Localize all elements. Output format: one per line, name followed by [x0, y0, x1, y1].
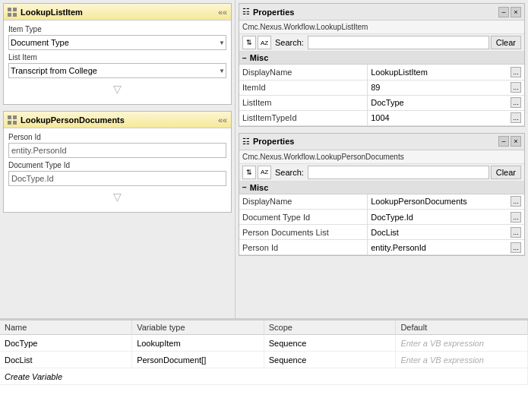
- prop-panel1-toolbar: ⇅ AZ Search: Clear: [239, 34, 524, 52]
- variables-table: Name Variable type Scope Default DocType…: [0, 321, 528, 385]
- lookup-list-item-panel: LookupListItem «« Item Type Document Typ…: [3, 3, 232, 105]
- prop-value: DocType: [371, 98, 403, 107]
- panel1-grid-icon: [7, 7, 17, 17]
- var-name: DocType: [0, 335, 132, 352]
- table-row: ItemId 89 ...: [239, 80, 524, 95]
- prop-panel1-min-btn[interactable]: –: [498, 7, 509, 17]
- doc-type-id-label: Document Type Id: [8, 161, 226, 169]
- prop-panel1-search-label: Search:: [275, 38, 304, 47]
- prop-panel1-sort-btn[interactable]: ⇅: [242, 36, 256, 49]
- prop-ellipsis-btn[interactable]: ...: [511, 112, 521, 123]
- table-row: ListItemTypeId 1004 ...: [239, 110, 524, 125]
- prop-name: ListItemTypeId: [239, 110, 368, 125]
- doc-type-id-input[interactable]: [8, 171, 226, 186]
- prop-name: ListItem: [239, 95, 368, 110]
- col-header-scope: Scope: [264, 321, 396, 335]
- person-id-label: Person Id: [8, 133, 226, 141]
- top-area: LookupListItem «« Item Type Document Typ…: [0, 0, 528, 319]
- person-id-input[interactable]: [8, 143, 226, 158]
- panel1-collapse-btn[interactable]: ««: [217, 7, 228, 17]
- prop-ellipsis-btn[interactable]: ...: [511, 212, 521, 223]
- right-panels: ☷ Properties – × Cmc.Nexus.Workflow.Look…: [236, 0, 528, 318]
- prop-panel2-section-label: Misc: [250, 183, 268, 192]
- svg-rect-3: [13, 13, 17, 17]
- prop-panel2-classname: Cmc.Nexus.Workflow.LookupPersonDocuments: [239, 150, 524, 164]
- prop-ellipsis-btn[interactable]: ...: [511, 82, 521, 93]
- lookup-person-docs-header: LookupPersonDocuments ««: [4, 112, 231, 128]
- svg-rect-5: [13, 115, 17, 119]
- create-variable-row[interactable]: Create Variable: [0, 368, 528, 385]
- list-item-dropdown-wrapper: Transcript from College ▼: [8, 63, 226, 78]
- item-type-label: Item Type: [8, 25, 226, 33]
- prop-panel1-az-btn[interactable]: AZ: [258, 36, 271, 49]
- panel1-arrow-area: ▽: [8, 78, 226, 99]
- prop-value: DocList: [371, 228, 399, 237]
- prop-panel2-close-btn[interactable]: ×: [511, 136, 521, 147]
- var-type: LookupItem: [132, 335, 264, 352]
- prop-panel1-section-label: Misc: [250, 53, 268, 62]
- list-item-dropdown[interactable]: Transcript from College: [8, 63, 226, 78]
- prop-value: LookupListItem: [371, 68, 428, 77]
- prop-ellipsis-btn[interactable]: ...: [511, 67, 521, 77]
- prop-value: DocType.Id: [371, 213, 413, 222]
- prop-panel1-icon: ☷: [242, 7, 250, 17]
- col-header-default: Default: [396, 321, 528, 335]
- panel2-body: Person Id Document Type Id ▽: [4, 128, 231, 212]
- prop-panel2-search-label: Search:: [275, 168, 304, 177]
- bottom-table-area: Name Variable type Scope Default DocType…: [0, 319, 528, 420]
- create-variable-label[interactable]: Create Variable: [0, 368, 528, 385]
- prop-name: Document Type Id: [239, 210, 368, 225]
- lookup-person-docs-panel: LookupPersonDocuments «« Person Id Docum…: [3, 111, 232, 213]
- panel1-down-arrow-icon: ▽: [113, 83, 122, 95]
- properties-panel-1: ☷ Properties – × Cmc.Nexus.Workflow.Look…: [239, 3, 525, 127]
- prop-panel1-classname: Cmc.Nexus.Workflow.LookupListItem: [239, 21, 524, 34]
- prop-name: ItemId: [239, 80, 368, 95]
- prop-name: Person Id: [239, 240, 368, 255]
- table-row: DocType LookupItem Sequence Enter a VB e…: [0, 335, 528, 352]
- prop-panel2-table: DisplayName LookupPersonDocuments ... Do…: [239, 194, 524, 256]
- col-header-type: Variable type: [132, 321, 264, 335]
- item-type-dropdown[interactable]: Document Type: [8, 35, 226, 50]
- prop-panel2-az-btn[interactable]: AZ: [258, 166, 271, 179]
- panel1-body: Item Type Document Type ▼ List Item Tran…: [4, 21, 231, 104]
- lookup-list-item-header: LookupListItem ««: [4, 4, 231, 21]
- prop-value: LookupPersonDocuments: [371, 197, 467, 206]
- prop-panel1-clear-btn[interactable]: Clear: [491, 36, 521, 49]
- panel2-grid-icon: [7, 115, 17, 125]
- item-type-dropdown-wrapper: Document Type ▼: [8, 35, 226, 50]
- prop-ellipsis-btn[interactable]: ...: [511, 196, 521, 207]
- table-row: Document Type Id DocType.Id ...: [239, 210, 524, 225]
- var-name: DocList: [0, 352, 132, 368]
- prop-panel1-header: ☷ Properties – ×: [239, 4, 524, 21]
- panel2-collapse-btn[interactable]: ««: [217, 115, 228, 125]
- prop-panel2-section-header: − Misc: [239, 182, 524, 194]
- prop-panel1-search-input[interactable]: [308, 36, 489, 49]
- prop-panel2-clear-btn[interactable]: Clear: [491, 166, 521, 179]
- var-default[interactable]: Enter a VB expression: [396, 352, 528, 368]
- var-default[interactable]: Enter a VB expression: [396, 335, 528, 352]
- prop-value: 89: [371, 83, 380, 92]
- prop-ellipsis-btn[interactable]: ...: [511, 97, 521, 108]
- prop-value: 1004: [371, 113, 389, 122]
- prop-value: entity.PersonId: [371, 243, 426, 252]
- prop-panel2-sort-btn[interactable]: ⇅: [242, 166, 256, 179]
- prop-panel1-expand-icon: −: [242, 54, 247, 62]
- prop-panel2-search-input[interactable]: [308, 166, 489, 179]
- prop-panel2-min-btn[interactable]: –: [498, 136, 509, 147]
- list-item-label: List Item: [8, 53, 226, 62]
- prop-panel2-toolbar: ⇅ AZ Search: Clear: [239, 164, 524, 182]
- main-container: LookupListItem «« Item Type Document Typ…: [0, 0, 528, 420]
- table-header-row: Name Variable type Scope Default: [0, 321, 528, 335]
- table-row: Person Id entity.PersonId ...: [239, 240, 524, 255]
- prop-name: DisplayName: [239, 65, 368, 80]
- panel2-arrow-area: ▽: [8, 186, 226, 207]
- prop-panel2-title: Properties: [253, 137, 294, 146]
- var-type: PersonDocument[]: [132, 352, 264, 368]
- prop-panel2-header: ☷ Properties – ×: [239, 134, 524, 150]
- prop-ellipsis-btn[interactable]: ...: [511, 242, 521, 253]
- table-row: DocList PersonDocument[] Sequence Enter …: [0, 352, 528, 368]
- prop-ellipsis-btn[interactable]: ...: [511, 227, 521, 238]
- table-row: ListItem DocType ...: [239, 95, 524, 110]
- prop-panel2-expand-icon: −: [242, 183, 247, 191]
- prop-panel1-close-btn[interactable]: ×: [511, 7, 521, 17]
